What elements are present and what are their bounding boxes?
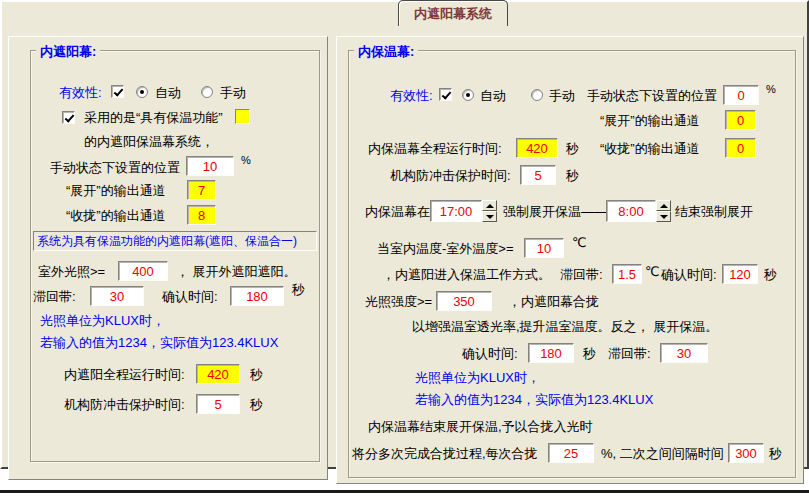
right-end-note: 内保温幕结束展开保温,予以合拢入光时 <box>368 418 593 436</box>
right-temp-diff-suffix: ，内遮阳进入保温工作方式。 <box>382 266 551 284</box>
left-outdoor-light-input[interactable] <box>118 261 168 281</box>
right-confirm2-label: 确认时间: <box>462 345 518 363</box>
left-close-channel-label: “收拢”的输出通道 <box>66 207 166 225</box>
right-confirm2-unit: 秒 <box>583 345 596 363</box>
left-manual-pos-label: 手动状态下设置的位置 <box>50 159 180 177</box>
right-light-label: 光照强度>= <box>365 293 432 311</box>
left-runtime-unit: 秒 <box>250 366 263 384</box>
right-impact-label: 机构防冲击保护时间: <box>390 167 511 185</box>
right-open-channel-input[interactable] <box>725 110 756 130</box>
right-confirm1-input[interactable] <box>722 264 758 284</box>
spin-down-icon[interactable] <box>482 211 497 222</box>
left-auto-radio[interactable] <box>136 86 148 98</box>
right-manual-pos-label: 手动状态下设置的位置 <box>587 87 717 105</box>
left-impact-unit: 秒 <box>250 396 263 414</box>
right-light-suffix: ，内遮阳幕合拢 <box>508 293 599 311</box>
right-manual-pos-input[interactable] <box>723 85 759 105</box>
right-manual-radio[interactable] <box>531 89 543 101</box>
right-klux-note2: 若输入的值为1234，实际值为123.4KLUX <box>415 391 653 409</box>
right-auto-label: 自动 <box>480 87 506 105</box>
right-force-start-input[interactable] <box>430 200 482 222</box>
right-multi-label: 将分多次完成合拢过程,每次合拢 <box>352 445 538 463</box>
right-auto-radio[interactable] <box>462 89 474 101</box>
left-klux-note1: 光照单位为KLUX时， <box>40 312 165 330</box>
right-light-note: 以增强温室透光率,提升温室温度。反之， 展开保温。 <box>412 318 718 336</box>
left-manual-pos-input[interactable] <box>186 156 234 176</box>
right-klux-note1: 光照单位为KLUX时， <box>415 369 540 387</box>
right-runtime-label: 内保温幕全程运行时间: <box>368 140 502 158</box>
right-multi-unit: 秒 <box>769 445 782 463</box>
left-outdoor-light-label: 室外光照>= <box>38 263 105 281</box>
right-close-channel-label: “收拢”的输出通道 <box>600 140 700 158</box>
left-confirm-unit: 秒 <box>292 281 305 299</box>
right-hysteresis1-input[interactable] <box>612 264 642 284</box>
left-runtime-label: 内遮阳全程运行时间: <box>64 366 185 384</box>
left-confirm-input[interactable] <box>230 286 284 306</box>
left-adopt-label2: 的内遮阳保温幕系统， <box>84 133 214 151</box>
right-hysteresis2-input[interactable] <box>660 343 708 363</box>
left-hysteresis-input[interactable] <box>90 286 144 306</box>
right-confirm1-label: 确认时间: <box>661 266 717 284</box>
right-impact-input[interactable] <box>520 165 556 185</box>
right-force-suffix: 结束强制展开 <box>675 203 753 221</box>
left-adopt-label: 采用的是“具有保温功能” <box>84 109 223 127</box>
settings-window: 内遮阳幕系统 内遮阳幕: 有效性: 自动 手动 采用的是“具有保温功能” 的内遮… <box>0 0 809 497</box>
right-multi-mid: %, 二次之间间隔时间 <box>601 445 724 463</box>
spin-down-icon[interactable] <box>656 211 671 222</box>
right-force-prefix: 内保温幕在 <box>365 203 430 221</box>
right-force-start-spinner[interactable] <box>482 200 497 222</box>
right-temp-diff-unit: ℃ <box>572 235 587 250</box>
right-percent-sign: % <box>766 83 776 95</box>
right-validity-label: 有效性: <box>390 87 433 105</box>
inner-shade-group-title: 内遮阳幕: <box>36 43 100 61</box>
left-open-channel-label: “展开”的输出通道 <box>66 182 166 200</box>
right-multi-input[interactable] <box>548 443 594 463</box>
left-info-banner: 系统为具有保温功能的内遮阳幕(遮阳、保温合一) <box>33 231 317 251</box>
right-temp-diff-label: 当室内温度-室外温度>= <box>377 240 514 258</box>
right-impact-unit: 秒 <box>566 167 579 185</box>
left-manual-radio[interactable] <box>201 86 213 98</box>
spin-up-icon[interactable] <box>482 200 497 211</box>
left-hysteresis-label: 滞回带: <box>33 288 76 306</box>
inner-thermal-group-title: 内保温幕: <box>354 43 418 61</box>
right-validity-checkbox[interactable] <box>439 88 452 101</box>
left-impact-label: 机构防冲击保护时间: <box>64 396 185 414</box>
right-close-channel-input[interactable] <box>725 138 756 158</box>
right-multi-interval-input[interactable] <box>728 443 764 463</box>
left-close-channel-input[interactable] <box>187 205 216 225</box>
window-bottom-edge <box>0 490 809 493</box>
left-adopt-checkbox[interactable] <box>62 111 75 124</box>
left-runtime-input[interactable] <box>196 364 240 384</box>
right-temp-diff-input[interactable] <box>524 238 564 258</box>
left-adopt-color-swatch[interactable] <box>235 109 250 124</box>
left-validity-label: 有效性: <box>59 84 102 102</box>
tab-inner-shade-system[interactable]: 内遮阳幕系统 <box>398 0 508 26</box>
right-confirm2-input[interactable] <box>528 343 574 363</box>
right-manual-label: 手动 <box>549 87 575 105</box>
right-light-input[interactable] <box>436 291 492 311</box>
right-hysteresis1-label: 滞回带: <box>560 266 603 284</box>
left-klux-note2: 若输入的值为1234，实际值为123.4KLUX <box>40 334 278 352</box>
right-runtime-input[interactable] <box>516 138 558 158</box>
left-outdoor-light-suffix: ， 展开外遮阳遮阳。 <box>176 263 297 281</box>
left-percent-sign: % <box>241 154 251 166</box>
right-force-end-spinner[interactable] <box>656 200 671 222</box>
left-impact-input[interactable] <box>196 394 240 414</box>
right-force-end-input[interactable] <box>606 200 656 222</box>
spin-up-icon[interactable] <box>656 200 671 211</box>
left-open-channel-input[interactable] <box>187 180 216 200</box>
left-validity-checkbox[interactable] <box>111 85 124 98</box>
right-open-channel-label: “展开”的输出通道 <box>600 112 700 130</box>
right-hysteresis1-unit: ℃ <box>645 264 660 279</box>
left-manual-label: 手动 <box>220 84 246 102</box>
right-force-mid: 强制展开保温—— <box>503 203 607 221</box>
left-confirm-label: 确认时间: <box>162 288 218 306</box>
right-hysteresis2-label: 滞回带: <box>608 345 651 363</box>
right-confirm1-unit: 秒 <box>764 266 777 284</box>
left-auto-label: 自动 <box>155 84 181 102</box>
right-runtime-unit: 秒 <box>566 140 579 158</box>
